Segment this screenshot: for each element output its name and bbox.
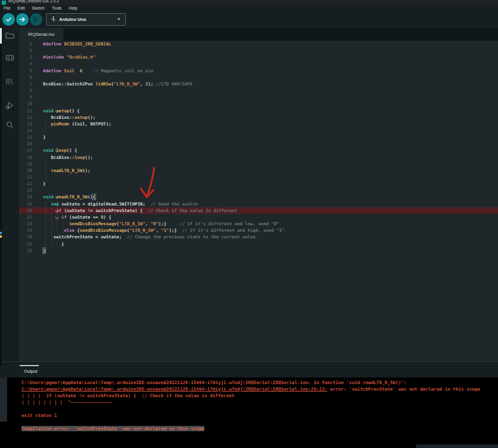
code-line-1[interactable]: 1#define DCSBIOS_IRQ_SERIAL xyxy=(19,41,498,47)
board-name: Arduino Uno xyxy=(59,17,86,22)
code-line-6[interactable]: 6 xyxy=(19,74,498,81)
upload-button[interactable] xyxy=(16,13,29,26)
output-panel-header: Output xyxy=(0,361,498,378)
check-icon xyxy=(5,14,12,25)
line-number: 16 xyxy=(19,140,32,147)
menu-item-help[interactable]: Help xyxy=(65,5,81,11)
menu-item-file[interactable]: File xyxy=(0,5,14,11)
code-line-13[interactable]: 13 pinMode (Coil, OUTPUT); xyxy=(19,121,498,127)
line-number: 12 xyxy=(19,114,32,121)
window-title: IRQSerial | Arduino IDE 2.0.3 xyxy=(8,0,59,3)
line-number: 18 xyxy=(19,154,32,161)
code-line-15[interactable]: 15} xyxy=(19,134,498,140)
activity-sidebar xyxy=(0,28,19,366)
debug-icon xyxy=(33,14,40,25)
error-file-link[interactable]: C:\Users\pgeor\AppData\Local\Temp\.ardui… xyxy=(21,386,327,392)
line-number: 13 xyxy=(19,121,32,127)
verify-button[interactable] xyxy=(2,13,15,26)
line-number: 27 xyxy=(19,214,32,220)
code-line-2[interactable]: 2 xyxy=(19,47,498,54)
indent-guide xyxy=(45,161,46,167)
line-number: 31 xyxy=(19,241,32,247)
code-line-20[interactable]: 20 readLTD_R_SW(); xyxy=(19,167,498,174)
code-line-12[interactable]: 12 DcsBios::setup(); xyxy=(19,114,498,121)
code-line-8[interactable]: 8 xyxy=(19,87,498,94)
usb-icon xyxy=(51,14,56,25)
line-number: 30 xyxy=(19,234,32,240)
line-number: 8 xyxy=(19,87,32,94)
line-number: 7 xyxy=(19,81,32,87)
line-number: 11 xyxy=(19,108,32,114)
console-line xyxy=(0,406,498,412)
code-line-17[interactable]: 17void loop() { xyxy=(19,147,498,154)
console-text: | | | | if (swState != switchPrevState) … xyxy=(21,393,235,398)
line-number: 3 xyxy=(19,54,32,60)
menu-item-tools[interactable]: Tools xyxy=(48,5,65,11)
sidebar-item-debug[interactable] xyxy=(5,100,15,111)
output-tab-label[interactable]: Output xyxy=(24,369,38,374)
edge-artifact xyxy=(0,235,2,238)
debug-play-icon xyxy=(5,102,15,112)
edge-artifact xyxy=(0,232,2,234)
code-line-26[interactable]: 26 if (swState != switchPrevState) { // … xyxy=(19,207,498,214)
code-line-24[interactable]: 24void readLTD_R_SW(){ xyxy=(19,194,498,200)
line-number: 2 xyxy=(19,47,32,54)
board-selector[interactable]: Arduino Uno ▼ xyxy=(46,13,126,26)
code-line-3[interactable]: 3#include "DcsBios.h" xyxy=(19,54,498,60)
code-line-4[interactable]: 4 xyxy=(19,60,498,67)
tab-irqserial[interactable]: IRQSerial.ino xyxy=(19,28,63,41)
code-line-9[interactable]: 9 xyxy=(19,94,498,100)
sidebar-item-library-manager[interactable] xyxy=(5,76,15,87)
books-icon xyxy=(5,78,15,88)
code-line-10[interactable]: 10 xyxy=(19,100,498,107)
edge-artifact xyxy=(0,378,7,422)
console-line: C:\Users\pgeor\AppData\Local\Temp\.ardui… xyxy=(0,386,498,392)
code-line-30[interactable]: 30 switchPrevState = swState; // Change … xyxy=(19,234,498,240)
arduino-app-icon xyxy=(2,1,6,5)
line-number: 15 xyxy=(19,134,32,140)
line-number: 22 xyxy=(19,180,32,187)
code-editor[interactable]: 1#define DCSBIOS_IRQ_SERIAL23#include "D… xyxy=(19,41,498,361)
console-line: | | | | if (swState != switchPrevState) … xyxy=(0,392,498,399)
code-line-27[interactable]: 27 if (swState == 0) { xyxy=(19,214,498,220)
line-number: 21 xyxy=(19,174,32,180)
indent-guide xyxy=(45,174,46,180)
sidebar-item-sketchbook[interactable] xyxy=(5,30,15,41)
code-line-14[interactable]: 14 xyxy=(19,127,498,134)
line-number: 29 xyxy=(19,227,32,234)
arrow-right-icon xyxy=(19,14,26,25)
output-console[interactable]: C:\Users\pgeor\AppData\Local\Temp\.ardui… xyxy=(0,378,498,448)
code-line-21[interactable]: 21 xyxy=(19,174,498,180)
line-number: 28 xyxy=(19,220,32,227)
menubar: File Edit Sketch Tools Help xyxy=(0,5,498,11)
sidebar-item-boards-manager[interactable] xyxy=(5,53,15,63)
folder-icon xyxy=(5,32,15,42)
code-line-5[interactable]: 5#define Coil 6 // Magnetic coil on pin xyxy=(19,67,498,74)
code-line-16[interactable]: 16 xyxy=(19,140,498,147)
sidebar-item-search[interactable] xyxy=(5,120,15,130)
background-window-fragment xyxy=(416,444,498,448)
panel-resize-handle[interactable] xyxy=(20,365,39,366)
menu-item-sketch[interactable]: Sketch xyxy=(28,5,48,11)
code-line-19[interactable]: 19 xyxy=(19,161,498,167)
code-line-32[interactable]: 32} xyxy=(19,247,498,254)
code-line-29[interactable]: 29 else {sendDcsBiosMessage("LTD_R_SW", … xyxy=(19,227,498,234)
code-line-25[interactable]: 25 int swState = digitalRead,SWITCHPIN; … xyxy=(19,201,498,207)
line-number: 4 xyxy=(19,60,32,67)
line-number: 25 xyxy=(19,201,32,207)
console-text: exit status 1 xyxy=(21,413,57,418)
menu-item-edit[interactable]: Edit xyxy=(14,5,28,11)
code-line-31[interactable]: 31 } xyxy=(19,241,498,247)
console-line: Compilation·error:·'switchPrevState'·was… xyxy=(0,425,498,432)
code-line-28[interactable]: 28 sendDcsBiosMessage("LTD_R_SW", "0");}… xyxy=(19,220,498,227)
line-number: 26 xyxy=(19,207,32,214)
debug-button[interactable] xyxy=(30,13,42,26)
search-icon xyxy=(5,122,15,132)
code-line-11[interactable]: 11void setup() { xyxy=(19,108,498,114)
code-line-18[interactable]: 18 DcsBios::loop(); xyxy=(19,154,498,161)
console-line: C:\Users\pgeor\AppData\Local\Temp\.ardui… xyxy=(0,379,498,386)
code-line-23[interactable]: 23 xyxy=(19,187,498,194)
line-number: 1 xyxy=(19,41,32,47)
code-line-22[interactable]: 22} xyxy=(19,180,498,187)
code-line-7[interactable]: 7DcsBios::Switch2Pos ltdRSw("LTD_R_SW", … xyxy=(19,81,498,87)
